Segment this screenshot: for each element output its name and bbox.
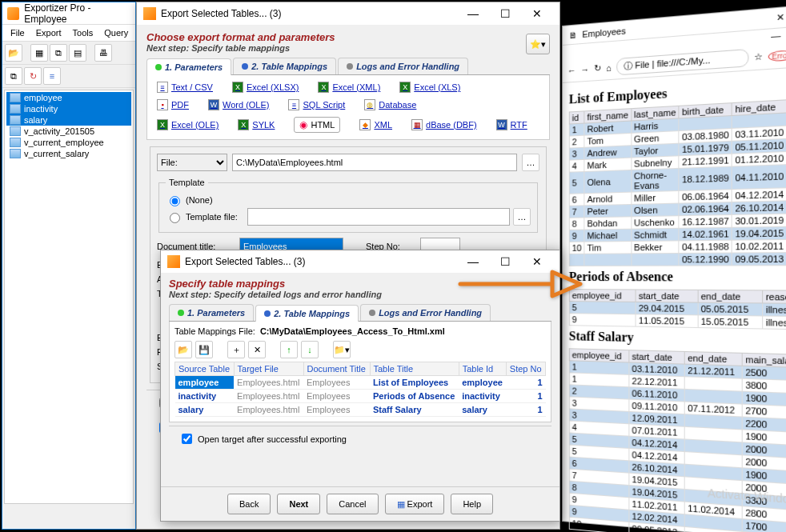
tab-mappings[interactable]: 2. Table Mappings (233, 58, 336, 74)
col-target[interactable]: Target File (234, 362, 303, 376)
nav-home-icon[interactable]: ⌂ (606, 62, 612, 73)
folder-icon[interactable]: 📁▾ (333, 341, 351, 358)
nav-back-icon[interactable]: ← (567, 65, 576, 75)
add-row-icon[interactable]: ＋ (227, 341, 245, 358)
tab-parameters[interactable]: 1. Parameters (169, 304, 254, 321)
tree-item-salary[interactable]: salary (6, 114, 131, 126)
menu-tools[interactable]: Tools (68, 26, 98, 39)
tree-item-employee[interactable]: employee (6, 92, 131, 103)
dlg2-title: Export Selected Tables... (3) (185, 256, 457, 267)
file-target-select[interactable]: File: (157, 154, 227, 171)
fmt-word[interactable]: WWord (OLE) (208, 99, 269, 110)
col-tbltitle[interactable]: Table Title (370, 362, 459, 376)
tab-parameters[interactable]: 1. Parameters (146, 58, 231, 75)
main-title: Exportizer Pro - Employee (24, 2, 130, 25)
fmt-rtf[interactable]: WRTF (496, 117, 527, 133)
main-window: Exportizer Pro - Employee File Export To… (2, 2, 136, 530)
fmt-sql[interactable]: ≡SQL Script (288, 99, 345, 110)
next-button[interactable]: Next (277, 494, 320, 514)
menu-export[interactable]: Export (31, 26, 66, 39)
fmt-xlsx[interactable]: XExcel (XLSX) (232, 82, 299, 93)
salary-table: employee_idstart_dateend_datemain_salary… (569, 348, 786, 532)
move-up-icon[interactable]: ↑ (280, 341, 298, 358)
employees-table: idfirst_namelast_namebirth_datehire_date… (569, 96, 786, 266)
browser-window: 🗎Employees ✕＋ — ☐ ✕ ← → ↻ ⌂ ⓘ File | fil… (562, 4, 786, 532)
fmt-xml[interactable]: ◆XML (359, 117, 392, 133)
tab-mappings[interactable]: 2. Table Mappings (255, 305, 359, 322)
fmt-html[interactable]: ◉HTML (294, 117, 340, 133)
copy-icon[interactable]: ⧉ (50, 44, 67, 62)
col-tblid[interactable]: Table Id (459, 362, 506, 376)
favorites-button[interactable]: ⭐▾ (526, 34, 550, 54)
print-icon[interactable]: 🖶 (94, 44, 112, 62)
open-map-icon[interactable]: 📂 (174, 341, 192, 358)
nav-reload-icon[interactable]: ↻ (594, 62, 601, 74)
star-icon[interactable]: ☆ (754, 51, 763, 63)
file-path-input[interactable] (232, 154, 517, 171)
template-none-radio[interactable] (170, 196, 180, 206)
fmt-dbf[interactable]: ▦dBase (DBF) (411, 117, 477, 133)
table-row[interactable]: employeeEmployees.htmlEmployeesList of E… (175, 376, 546, 390)
tree-item[interactable]: v_current_employee (6, 137, 131, 148)
fmt-xlsxml[interactable]: XExcel (XML) (318, 82, 380, 93)
open-target-checkbox[interactable] (182, 434, 192, 444)
fmt-sylk[interactable]: XSYLK (238, 117, 275, 133)
error-badge[interactable]: Error (768, 50, 786, 62)
tree-item-inactivity[interactable]: inactivity (6, 103, 131, 114)
browse-button[interactable]: … (522, 154, 539, 171)
tree-item[interactable]: v_activity_201505 (6, 126, 131, 137)
menu-file[interactable]: File (6, 26, 30, 39)
template-group: Template (None) Template file: … (158, 178, 538, 233)
dlg2-buttons: Back Next Cancel ▦ Export Help (161, 486, 559, 521)
dlg1-title: Export Selected Tables... (3) (161, 8, 457, 19)
save-map-icon[interactable]: 💾 (195, 341, 213, 358)
mappings-table: Source Table Target File Document Title … (174, 362, 546, 417)
back-button[interactable]: Back (227, 494, 271, 514)
close-button[interactable]: ✕ (521, 4, 553, 23)
table-row[interactable]: salaryEmployees.htmlEmployeesStaff Salar… (175, 403, 546, 417)
fmt-csv[interactable]: ≡Text / CSV (157, 82, 213, 93)
filter-icon[interactable]: ▦ (30, 44, 48, 62)
fmt-pdf[interactable]: ▪PDF (157, 99, 189, 110)
dlg1-titlebar: Export Selected Tables... (3) — ☐ ✕ (137, 2, 559, 25)
col-doctitle[interactable]: Document Title (303, 362, 370, 376)
tab-logs[interactable]: Logs and Error Handling (338, 58, 468, 74)
cancel-button[interactable]: Cancel (327, 494, 378, 514)
template-file-radio[interactable] (170, 213, 180, 223)
abs-heading: Periods of Absence (569, 270, 786, 286)
dlg1-tabs: 1. Parameters 2. Table Mappings Logs and… (146, 58, 550, 75)
fmt-xls[interactable]: XExcel (XLS) (399, 82, 460, 93)
refresh-icon[interactable]: ↻ (24, 67, 42, 85)
minimize-button[interactable]: — (457, 4, 489, 23)
map-file-path: C:\MyData\Employees_Access_To_Html.xml (260, 326, 445, 336)
menubar: File Export Tools Query (2, 25, 135, 42)
delete-row-icon[interactable]: ✕ (248, 341, 266, 358)
export-button[interactable]: ▦ Export (385, 494, 445, 514)
tab-logs[interactable]: Logs and Error Handling (360, 304, 491, 321)
browser-min-icon[interactable]: — (771, 30, 780, 42)
menu-query[interactable]: Query (99, 26, 133, 39)
copy2-icon[interactable]: ⧉ (5, 67, 22, 85)
fmt-db[interactable]: ◍Database (364, 99, 416, 110)
dialog-icon (143, 7, 156, 20)
sal-heading: Staff Salary (569, 329, 786, 349)
table-icon[interactable]: ▤ (69, 44, 86, 62)
table-row[interactable]: inactivityEmployees.htmlEmployeesPeriods… (175, 390, 546, 403)
col-step[interactable]: Step No (506, 362, 545, 376)
help-button[interactable]: Help (451, 494, 493, 514)
list-icon[interactable]: ≡ (43, 67, 61, 85)
move-down-icon[interactable]: ↓ (301, 341, 319, 358)
map-file-label: Table Mappings File: (174, 326, 255, 336)
maximize-button[interactable]: ☐ (489, 4, 521, 23)
col-source[interactable]: Source Table (175, 362, 235, 376)
open-icon[interactable]: 📂 (5, 44, 22, 62)
main-toolbar2: ⧉ ↻ ≡ (2, 65, 135, 88)
dlg2-tabs: 1. Parameters 2. Table Mappings Logs and… (169, 304, 551, 322)
template-browse-button[interactable]: … (513, 208, 531, 226)
nav-fwd-icon[interactable]: → (580, 64, 589, 74)
fmt-excelole[interactable]: XExcel (OLE) (157, 117, 219, 133)
absence-table: employee_idstart_dateend_datereason529.0… (569, 289, 786, 330)
app-icon (7, 7, 19, 20)
dlg1-heading: Choose export format and parameters (146, 31, 550, 43)
tree-item[interactable]: v_current_salary (6, 148, 131, 159)
